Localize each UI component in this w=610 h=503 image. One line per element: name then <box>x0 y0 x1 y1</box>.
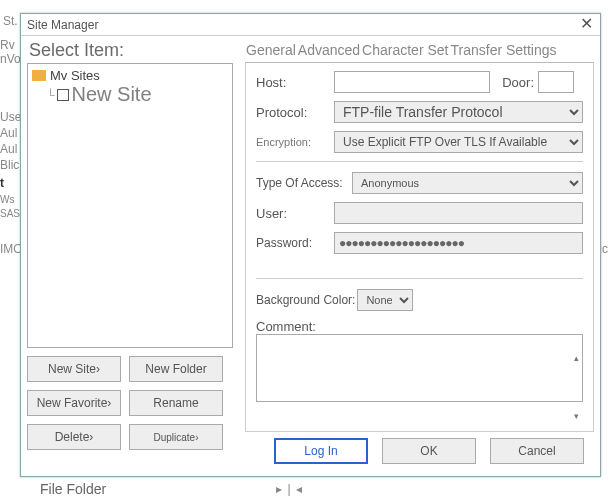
protocol-label: Protocol: <box>256 105 334 120</box>
close-icon[interactable]: ✕ <box>578 17 594 33</box>
bg-text: Use <box>0 110 21 124</box>
tab-charset[interactable]: Character Set <box>361 38 449 62</box>
bg-text: SAS <box>0 208 20 219</box>
cancel-button[interactable]: Cancel <box>490 438 584 464</box>
tab-bar: General Advanced Character Set Transfer … <box>245 36 594 62</box>
access-type-label: Type Of Access: <box>256 176 352 190</box>
site-manager-dialog: Site Manager ✕ Select Item: Mv Sites └ N… <box>20 13 601 477</box>
tree-branch-icon: └ <box>46 88 55 102</box>
host-label: Host: <box>256 75 334 90</box>
encryption-label: Encryption: <box>256 136 334 148</box>
comment-label: Comment: <box>256 319 316 334</box>
site-tree[interactable]: Mv Sites └ New Site <box>27 63 233 348</box>
bg-text: Ws <box>0 194 14 205</box>
nav-arrows-icon: ▸ | ◂ <box>276 482 303 496</box>
bg-text: St. <box>3 14 18 28</box>
dialog-footer: Log In OK Cancel <box>21 438 600 468</box>
bg-text: Aul <box>0 142 17 156</box>
scroll-down-icon: ▾ <box>569 411 583 421</box>
user-label: User: <box>256 206 334 221</box>
tab-general[interactable]: General <box>245 38 297 62</box>
bg-text: nVo <box>0 52 21 66</box>
divider <box>256 161 583 162</box>
titlebar[interactable]: Site Manager ✕ <box>21 14 600 36</box>
protocol-select[interactable]: FTP-file Transfer Protocol <box>334 101 583 123</box>
new-site-button[interactable]: New Site› <box>27 356 121 382</box>
tree-item-label: New Site <box>72 83 152 106</box>
rename-button[interactable]: Rename <box>129 390 223 416</box>
bgcolor-select[interactable]: None <box>357 289 413 311</box>
tree-root-label: Mv Sites <box>50 68 100 83</box>
tree-root[interactable]: Mv Sites <box>32 68 228 83</box>
folder-icon <box>32 70 46 81</box>
password-input <box>334 232 583 254</box>
door-input[interactable] <box>538 71 574 93</box>
bg-text: Rv <box>0 38 15 52</box>
encryption-select[interactable]: Use Explicit FTP Over TLS If Available <box>334 131 583 153</box>
tab-advanced[interactable]: Advanced <box>297 38 361 62</box>
tree-item-newsite[interactable]: └ New Site <box>46 83 228 106</box>
site-icon <box>57 89 69 101</box>
divider <box>256 278 583 279</box>
window-title: Site Manager <box>27 14 98 36</box>
bg-text: Aul <box>0 126 17 140</box>
host-input[interactable] <box>334 71 490 93</box>
door-label: Door: <box>490 75 534 90</box>
bg-text: Blic <box>0 158 19 172</box>
background-strip: File Folder ▸ | ◂ <box>40 481 303 497</box>
ok-button[interactable]: OK <box>382 438 476 464</box>
tab-transfer[interactable]: Transfer Settings <box>449 38 557 62</box>
new-favorite-button[interactable]: New Favorite› <box>27 390 121 416</box>
select-item-heading: Select Item: <box>29 40 237 61</box>
filetype-label: File Folder <box>40 481 106 497</box>
new-folder-button[interactable]: New Folder <box>129 356 223 382</box>
bgcolor-label: Background Color: <box>256 293 355 307</box>
bg-text: t <box>0 176 4 190</box>
password-label: Password: <box>256 236 334 250</box>
login-button[interactable]: Log In <box>274 438 368 464</box>
user-input <box>334 202 583 224</box>
access-type-select[interactable]: Anonymous <box>352 172 583 194</box>
comment-textarea[interactable] <box>256 334 583 402</box>
